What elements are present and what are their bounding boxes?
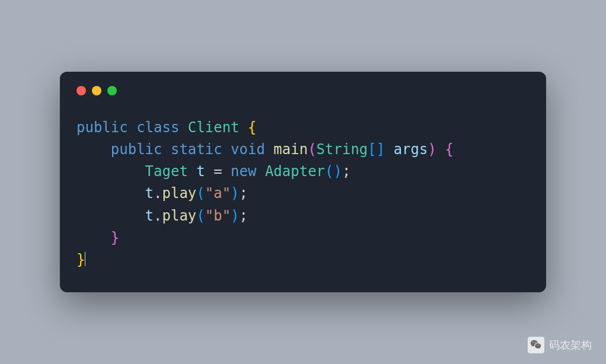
code-line-2: public static void main(String[] args) {	[76, 141, 454, 158]
watermark: 码农架构	[528, 337, 592, 353]
code-window: public class Client { public static void…	[60, 72, 546, 292]
text-cursor-icon	[85, 252, 85, 266]
code-block: public class Client { public static void…	[76, 117, 530, 271]
code-line-1: public class Client {	[76, 119, 256, 136]
close-icon[interactable]	[76, 86, 86, 95]
code-line-6: }	[76, 229, 119, 246]
code-line-7: }	[76, 251, 85, 268]
minimize-icon[interactable]	[92, 86, 101, 95]
code-line-3: Taget t = new Adapter();	[76, 163, 350, 180]
maximize-icon[interactable]	[107, 86, 117, 95]
code-line-5: t.play("b");	[76, 207, 248, 224]
wechat-icon	[528, 337, 544, 353]
window-controls	[76, 86, 530, 95]
code-line-4: t.play("a");	[76, 185, 248, 202]
watermark-text: 码农架构	[549, 338, 592, 352]
